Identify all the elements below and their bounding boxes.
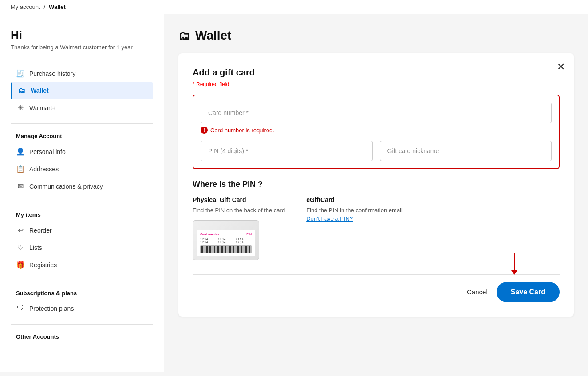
personal-info-icon: 👤 bbox=[16, 147, 25, 156]
sidebar-label-addresses: Addresses bbox=[29, 166, 59, 173]
main-content: 🗂 Wallet ✕ Add a gift card * Required fi… bbox=[164, 14, 588, 372]
egift-card-desc: Find the PIN in the confirmation email bbox=[306, 206, 403, 215]
sidebar: Hi Thanks for being a Walmart customer f… bbox=[0, 14, 164, 372]
sidebar-label-protection-plans: Protection plans bbox=[29, 305, 74, 312]
sidebar-label-purchase-history: Purchase history bbox=[29, 70, 75, 77]
required-text: Required field bbox=[196, 81, 229, 87]
sidebar-item-reorder[interactable]: ↩ Reorder bbox=[11, 222, 153, 239]
gift-card-inner: Card number PIN 1234 1234 1234 1234 P1N4… bbox=[197, 230, 255, 256]
breadcrumb-account[interactable]: My account bbox=[11, 4, 40, 10]
pin-input[interactable] bbox=[201, 141, 373, 161]
card-number-label: Card number bbox=[200, 233, 220, 236]
card-number-error-group: ! Card number is required. bbox=[193, 95, 560, 169]
gift-card-illustration: Card number PIN 1234 1234 1234 1234 P1N4… bbox=[193, 220, 259, 260]
sidebar-label-personal-info: Personal info bbox=[29, 148, 66, 155]
panel-title: Add a gift card bbox=[193, 67, 560, 78]
physical-card-col: Physical Gift Card Find the PIN on the b… bbox=[193, 196, 285, 260]
protection-plans-icon: 🛡 bbox=[16, 305, 25, 313]
sidebar-item-purchase-history[interactable]: 🧾 Purchase history bbox=[11, 65, 153, 82]
sidebar-item-registries[interactable]: 🎁 Registries bbox=[11, 256, 153, 273]
nickname-input[interactable] bbox=[380, 141, 552, 161]
sidebar-item-walmart-plus[interactable]: ✳ Walmart+ bbox=[11, 99, 153, 116]
purchase-history-icon: 🧾 bbox=[16, 69, 25, 78]
arrow-line bbox=[514, 253, 515, 270]
sidebar-item-protection-plans[interactable]: 🛡 Protection plans bbox=[11, 300, 153, 317]
sidebar-item-communications[interactable]: ✉ Communications & privacy bbox=[11, 178, 153, 195]
pin-label: PIN bbox=[246, 233, 252, 236]
greeting-hi: Hi bbox=[11, 28, 153, 42]
breadcrumb-current: Wallet bbox=[49, 4, 66, 10]
page-wallet-icon: 🗂 bbox=[178, 29, 190, 43]
barcode-area bbox=[200, 245, 252, 253]
lists-icon: ♡ bbox=[16, 243, 25, 252]
card-labels: Card number PIN bbox=[200, 233, 252, 236]
barcode-line bbox=[201, 246, 203, 253]
barcode-lines bbox=[200, 245, 252, 253]
error-icon: ! bbox=[201, 127, 208, 134]
card-number-input[interactable] bbox=[201, 103, 552, 123]
greeting-subtitle: Thanks for being a Walmart customer for … bbox=[11, 44, 153, 51]
arrow-head bbox=[511, 270, 517, 275]
form-actions: Cancel Save Card bbox=[193, 274, 560, 302]
breadcrumb-separator: / bbox=[43, 4, 45, 10]
breadcrumb: My account / Wallet bbox=[0, 0, 588, 14]
sidebar-label-registries: Registries bbox=[29, 261, 57, 269]
add-gift-card-panel: ✕ Add a gift card * Required field ! Car… bbox=[178, 53, 574, 317]
section-title-other-accounts: Other Accounts bbox=[16, 333, 153, 340]
sidebar-item-personal-info[interactable]: 👤 Personal info bbox=[11, 143, 153, 160]
card-number-error-message: ! Card number is required. bbox=[201, 127, 552, 134]
sidebar-item-wallet[interactable]: 🗂 Wallet bbox=[11, 82, 153, 99]
sidebar-item-lists[interactable]: ♡ Lists bbox=[11, 239, 153, 256]
section-title-subscriptions: Subscriptions & plans bbox=[16, 290, 153, 297]
registries-icon: 🎁 bbox=[16, 261, 25, 269]
physical-card-title: Physical Gift Card bbox=[193, 196, 285, 203]
communications-icon: ✉ bbox=[16, 182, 25, 190]
physical-card-desc: Find the PIN on the back of the card bbox=[193, 206, 285, 215]
addresses-icon: 📋 bbox=[16, 165, 25, 173]
section-title-manage-account: Manage Account bbox=[16, 133, 153, 139]
reorder-icon: ↩ bbox=[16, 226, 25, 234]
sidebar-label-wallet: Wallet bbox=[31, 87, 49, 94]
egift-card-col: eGiftCard Find the PIN in the confirmati… bbox=[306, 196, 403, 260]
required-note: * Required field bbox=[193, 81, 560, 87]
card-numbers: 1234 1234 1234 1234 P1N4 1234 bbox=[200, 237, 252, 244]
sidebar-label-walmart-plus: Walmart+ bbox=[29, 104, 56, 111]
sidebar-label-lists: Lists bbox=[29, 244, 42, 251]
section-title-my-items: My items bbox=[16, 211, 153, 218]
pin-help-columns: Physical Gift Card Find the PIN on the b… bbox=[193, 196, 560, 260]
sidebar-label-reorder: Reorder bbox=[29, 227, 52, 234]
sidebar-item-addresses[interactable]: 📋 Addresses bbox=[11, 160, 153, 178]
wallet-nav-icon: 🗂 bbox=[17, 87, 26, 95]
close-panel-button[interactable]: ✕ bbox=[557, 62, 565, 72]
page-title: 🗂 Wallet bbox=[178, 28, 574, 43]
save-card-button[interactable]: Save Card bbox=[497, 282, 560, 302]
required-asterisk: * bbox=[193, 81, 195, 87]
egift-card-title: eGiftCard bbox=[306, 196, 403, 203]
no-pin-link[interactable]: Don't have a PIN? bbox=[306, 215, 353, 222]
page-title-text: Wallet bbox=[195, 28, 231, 43]
arrow-indicator bbox=[511, 253, 517, 275]
pin-help-section: Where is the PIN ? Physical Gift Card Fi… bbox=[193, 180, 560, 260]
sidebar-greeting: Hi Thanks for being a Walmart customer f… bbox=[11, 28, 153, 51]
pin-help-title: Where is the PIN ? bbox=[193, 180, 560, 189]
error-text: Card number is required. bbox=[210, 127, 274, 134]
sidebar-label-communications: Communications & privacy bbox=[29, 183, 103, 190]
walmart-plus-icon: ✳ bbox=[16, 103, 25, 112]
cancel-button[interactable]: Cancel bbox=[467, 288, 488, 296]
